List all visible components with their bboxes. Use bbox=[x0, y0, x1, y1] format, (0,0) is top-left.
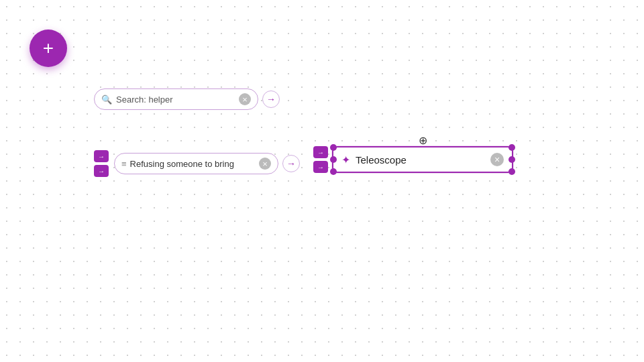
teleoscope-node: ⊕ → → ✦ Teleoscope bbox=[332, 146, 513, 173]
teleoscope-star-icon: ✦ bbox=[341, 154, 350, 166]
lines-icon: ≡ bbox=[121, 159, 126, 169]
resize-handle-bottom-left[interactable] bbox=[330, 168, 337, 175]
plus-icon: + bbox=[43, 39, 54, 58]
search-node: 🔍 Search: helper → bbox=[94, 88, 280, 110]
teleoscope-arrow-top[interactable]: → bbox=[313, 146, 328, 158]
search-icon: 🔍 bbox=[101, 95, 112, 105]
teleoscope-left-connectors: → → bbox=[313, 146, 328, 173]
search-input-wrapper[interactable]: 🔍 Search: helper bbox=[94, 88, 258, 110]
refusing-node: → → ≡ Refusing someone to bring → bbox=[94, 150, 300, 177]
edge-handle-mid-left[interactable] bbox=[330, 156, 337, 163]
teleoscope-wrapper[interactable]: ✦ Teleoscope bbox=[332, 146, 513, 173]
teleoscope-clear-button[interactable] bbox=[490, 153, 504, 166]
refusing-arrow-top[interactable]: → bbox=[94, 150, 109, 162]
teleoscope-label: Teleoscope bbox=[356, 154, 485, 166]
refusing-input-wrapper[interactable]: ≡ Refusing someone to bring bbox=[114, 153, 278, 174]
search-arrow-button[interactable]: → bbox=[262, 90, 280, 108]
resize-handle-top-left[interactable] bbox=[330, 144, 337, 151]
refusing-arrow-connectors: → → bbox=[94, 150, 109, 177]
move-icon: ⊕ bbox=[419, 134, 427, 147]
search-clear-button[interactable] bbox=[239, 93, 251, 105]
refusing-text: Refusing someone to bring bbox=[130, 159, 255, 169]
resize-handle-bottom-right[interactable] bbox=[508, 168, 515, 175]
resize-handle-top-right[interactable] bbox=[508, 144, 515, 151]
canvas-background bbox=[0, 0, 644, 362]
add-fab-button[interactable]: + bbox=[30, 29, 67, 67]
search-input-text: Search: helper bbox=[116, 95, 235, 105]
edge-handle-mid-right[interactable] bbox=[508, 156, 515, 163]
teleoscope-arrow-bottom[interactable]: → bbox=[313, 161, 328, 173]
refusing-arrow-bottom[interactable]: → bbox=[94, 165, 109, 177]
refusing-clear-button[interactable] bbox=[259, 158, 271, 170]
refusing-arrow-button[interactable]: → bbox=[282, 155, 300, 172]
